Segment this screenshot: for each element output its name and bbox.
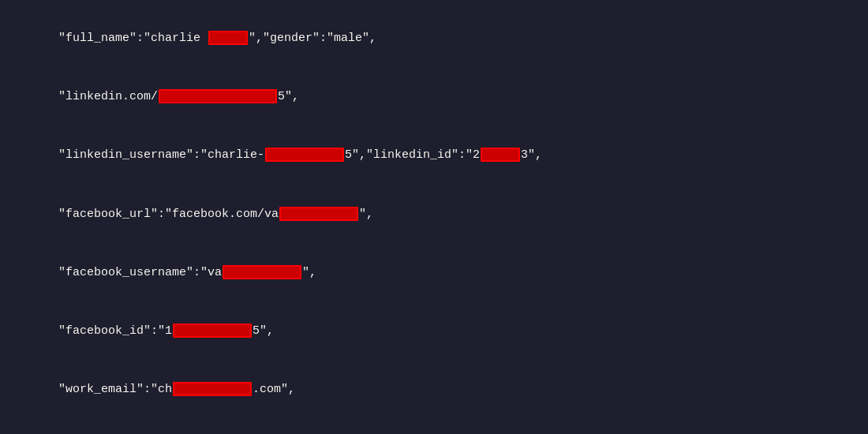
redacted-block [481, 148, 520, 162]
line-1: "full_name":"charlie ","gender":"male", [16, 9, 852, 68]
redacted-block [173, 324, 252, 338]
line-3: "linkedin_username":"charlie- 5","linked… [16, 127, 852, 185]
redacted-block [173, 382, 252, 396]
redacted-block [159, 89, 277, 103]
line-5: "facebook_username":"va ", [16, 244, 852, 302]
code-display: "full_name":"charlie ","gender":"male", … [0, 0, 868, 434]
line-6: "facebook_id":"1 5", [16, 302, 852, 361]
redacted-block [223, 265, 301, 279]
line-2: "linkedin.com/ 5", [16, 68, 852, 126]
redacted-block [208, 31, 248, 45]
redacted-block [265, 148, 344, 162]
line-7: "work_email":"ch .com", [16, 361, 852, 420]
line-8: "mobile_phone":"+15 8", [16, 420, 852, 434]
line-4: "facebook_url":"facebook.com/va ", [16, 185, 852, 244]
redacted-block [279, 207, 358, 221]
